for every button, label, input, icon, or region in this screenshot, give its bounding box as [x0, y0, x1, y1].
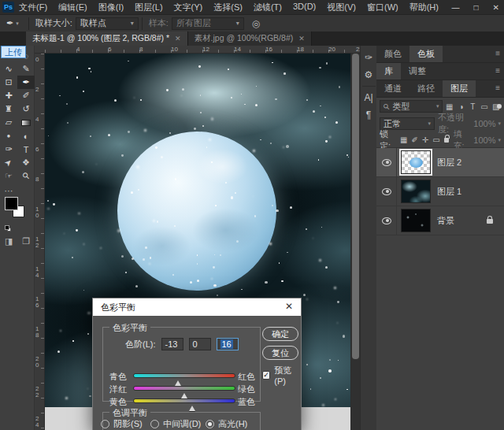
layer-row-layer1[interactable]: 图层 1	[376, 177, 504, 206]
layer-name[interactable]: 图层 1	[437, 186, 461, 198]
menu-item-type[interactable]: 文字(Y)	[174, 2, 203, 13]
tool-preset-picker[interactable]: ✒ ▾	[0, 18, 25, 28]
layer-row-background[interactable]: 背景	[376, 206, 504, 235]
eyedropper-tool[interactable]: ✒	[17, 76, 35, 89]
checkbox-checked-icon[interactable]: ✓	[262, 371, 270, 380]
tab-channels[interactable]: 通道	[376, 80, 410, 97]
dodge-tool[interactable]: ◐	[17, 129, 35, 143]
blur-tool[interactable]: ●	[0, 129, 17, 143]
lock-all-icon[interactable]	[444, 138, 450, 143]
menu-item-layer[interactable]: 图层(L)	[135, 2, 162, 13]
layer-filter-type-dropdown[interactable]: ⚲ 类型 ▾	[380, 100, 443, 113]
eye-icon[interactable]	[382, 217, 391, 224]
close-icon[interactable]: ✕	[298, 35, 305, 43]
eraser-tool[interactable]: ▱	[0, 116, 17, 129]
minimize-button[interactable]: —	[452, 3, 460, 12]
type-tool[interactable]: T	[17, 143, 35, 156]
midtones-radio[interactable]: 中间调(D)	[150, 418, 206, 430]
healing-brush-tool[interactable]: ✚	[0, 89, 17, 102]
ok-button[interactable]: 确定	[262, 327, 298, 341]
slider-thumb[interactable]	[189, 406, 195, 411]
level-input-1[interactable]: -13	[161, 338, 183, 350]
lock-artboard-icon[interactable]: ▭	[432, 135, 439, 144]
visibility-column[interactable]	[376, 148, 397, 176]
eye-icon[interactable]	[382, 188, 391, 195]
sampling-ring-icon[interactable]: ◎	[252, 18, 260, 29]
layer-thumbnail[interactable]	[401, 209, 431, 232]
visibility-column[interactable]	[376, 177, 397, 206]
pen-tool[interactable]: ✑	[0, 143, 17, 156]
level-input-2[interactable]: 0	[189, 338, 211, 350]
maximize-button[interactable]: □	[474, 3, 479, 12]
radio-icon[interactable]	[101, 420, 109, 428]
tab-layers[interactable]: 图层	[443, 80, 476, 97]
filter-toggle-icon[interactable]	[497, 104, 502, 109]
brush-settings-icon[interactable]: ✑	[365, 49, 372, 66]
reset-button[interactable]: 复位	[262, 346, 298, 360]
vertical-scrollbar[interactable]	[351, 54, 360, 430]
tab-adjustments[interactable]: 调整	[401, 63, 434, 80]
filter-adjustment-icon[interactable]: ◑	[456, 102, 466, 111]
slider-track[interactable]	[133, 398, 235, 403]
menu-item-image[interactable]: 图像(I)	[98, 2, 124, 13]
preview-option[interactable]: ✓ 预览(P)	[262, 365, 301, 386]
clone-stamp-tool[interactable]: ♜	[0, 102, 17, 116]
menu-item-filter[interactable]: 滤镜(T)	[254, 2, 282, 13]
panel-menu-icon[interactable]: ≡	[495, 49, 500, 57]
tab-color[interactable]: 颜色	[376, 46, 410, 62]
filter-type-icon[interactable]: T	[468, 102, 478, 111]
edit-toolbar-button[interactable]: ⋯	[0, 186, 17, 196]
hand-tool[interactable]: ☞	[0, 169, 17, 183]
radio-selected-icon[interactable]	[206, 420, 214, 428]
dialog-title-bar[interactable]: 色彩平衡 ✕	[93, 298, 301, 316]
path-select-tool[interactable]: ➤	[0, 156, 17, 169]
layer-name[interactable]: 图层 2	[437, 157, 461, 169]
slider-track[interactable]	[133, 373, 235, 378]
tab-libraries[interactable]: 库	[376, 63, 401, 80]
slider-track[interactable]	[133, 386, 235, 391]
close-icon[interactable]: ✕	[175, 35, 181, 43]
properties-icon[interactable]: ⚙	[365, 66, 373, 83]
scrollbar-thumb[interactable]	[352, 54, 359, 359]
document-tab-untitled[interactable]: 未标题-1 @ 100% (图层 2, RGB/8#) * ✕	[26, 32, 188, 46]
sample-size-dropdown[interactable]: 取样点 ▾	[76, 17, 139, 30]
shadows-radio[interactable]: 阴影(S)	[101, 418, 150, 430]
zoom-tool[interactable]: ⚲	[17, 169, 35, 183]
document-tab-material[interactable]: 素材.jpg @ 100%(RGB/8#) ✕	[188, 32, 312, 46]
lock-transparency-icon[interactable]: ▦	[400, 135, 407, 144]
menu-item-file[interactable]: 文件(F)	[19, 2, 47, 13]
foreground-color-swatch[interactable]	[5, 197, 18, 210]
paragraph-icon[interactable]: ¶	[366, 106, 371, 124]
menu-item-select[interactable]: 选择(S)	[213, 2, 243, 13]
filter-pixel-icon[interactable]: ▦	[444, 102, 454, 111]
panel-menu-icon[interactable]: ≡	[495, 66, 500, 75]
eye-icon[interactable]	[382, 159, 391, 166]
tab-paths[interactable]: 路径	[410, 80, 443, 97]
lock-pixels-icon[interactable]: ✐	[411, 135, 417, 144]
visibility-column[interactable]	[376, 206, 397, 235]
close-icon[interactable]: ✕	[285, 301, 293, 312]
layer-thumbnail[interactable]	[401, 150, 431, 174]
screen-mode-button[interactable]: ❐	[22, 236, 30, 247]
layer-thumbnail[interactable]	[401, 180, 431, 203]
shape-tool[interactable]: ❖	[17, 156, 35, 169]
quick-mask-button[interactable]: ◨	[5, 236, 13, 247]
lock-position-icon[interactable]: ✛	[422, 135, 428, 144]
brush-tool[interactable]: ✐	[17, 89, 35, 102]
gradient-tool[interactable]	[17, 116, 35, 129]
highlights-radio[interactable]: 高光(H)	[206, 418, 247, 430]
quick-select-tool[interactable]: ✎	[17, 62, 35, 76]
history-brush-tool[interactable]: ↺	[17, 102, 35, 116]
panel-menu-icon[interactable]: ≡	[495, 83, 500, 92]
menu-item-3d[interactable]: 3D(D)	[293, 2, 316, 13]
default-colors-icon[interactable]	[5, 225, 12, 232]
layer-name[interactable]: 背景	[437, 215, 454, 227]
menu-item-view[interactable]: 视图(V)	[327, 2, 356, 13]
character-icon[interactable]: A|	[364, 89, 372, 106]
tab-swatches[interactable]: 色板	[410, 46, 443, 62]
filter-shape-icon[interactable]: ▭	[480, 102, 490, 111]
crop-tool[interactable]: ⊡	[0, 76, 17, 89]
close-button[interactable]: ✕	[493, 3, 499, 12]
layer-row-layer2[interactable]: 图层 2	[376, 148, 504, 177]
menu-item-help[interactable]: 帮助(H)	[410, 2, 439, 13]
